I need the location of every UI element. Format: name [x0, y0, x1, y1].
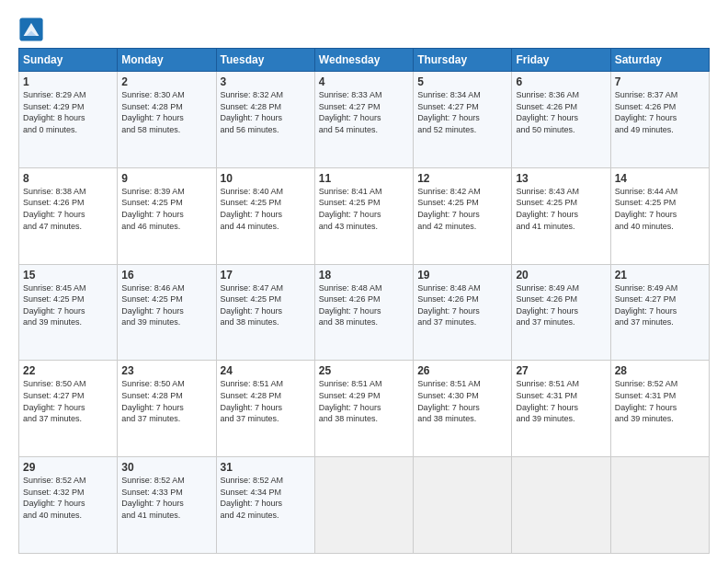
day-number: 27: [516, 364, 606, 377]
day-info: Sunrise: 8:52 AMSunset: 4:34 PMDaylight:…: [221, 475, 311, 521]
day-number: 7: [615, 75, 705, 88]
week-row-5: 29 Sunrise: 8:52 AMSunset: 4:32 PMDaylig…: [19, 457, 710, 554]
day-info: Sunrise: 8:51 AMSunset: 4:30 PMDaylight:…: [417, 378, 507, 424]
day-number: 8: [23, 172, 113, 185]
day-number: 31: [221, 461, 311, 474]
day-number: 19: [417, 269, 507, 282]
calendar-cell: 6 Sunrise: 8:36 AMSunset: 4:26 PMDayligh…: [512, 72, 610, 168]
day-number: 12: [417, 172, 507, 185]
calendar-body: 1 Sunrise: 8:29 AMSunset: 4:29 PMDayligh…: [19, 72, 710, 554]
day-info: Sunrise: 8:38 AMSunset: 4:26 PMDaylight:…: [23, 186, 113, 232]
day-info: Sunrise: 8:32 AMSunset: 4:28 PMDaylight:…: [221, 89, 311, 135]
day-header-wednesday: Wednesday: [314, 49, 413, 72]
day-number: 20: [516, 269, 606, 282]
day-info: Sunrise: 8:29 AMSunset: 4:29 PMDaylight:…: [23, 89, 113, 135]
logo: [18, 17, 48, 42]
calendar-cell: 12 Sunrise: 8:42 AMSunset: 4:25 PMDaylig…: [414, 167, 512, 264]
calendar-cell: 29 Sunrise: 8:52 AMSunset: 4:32 PMDaylig…: [19, 457, 118, 554]
day-number: 21: [615, 269, 705, 282]
day-number: 26: [417, 364, 507, 377]
week-row-4: 22 Sunrise: 8:50 AMSunset: 4:27 PMDaylig…: [19, 361, 710, 457]
header: [18, 17, 710, 42]
day-info: Sunrise: 8:33 AMSunset: 4:27 PMDaylight:…: [319, 89, 409, 135]
day-info: Sunrise: 8:41 AMSunset: 4:25 PMDaylight:…: [319, 186, 409, 232]
calendar-cell: 1 Sunrise: 8:29 AMSunset: 4:29 PMDayligh…: [19, 72, 118, 168]
calendar-cell: 5 Sunrise: 8:34 AMSunset: 4:27 PMDayligh…: [414, 72, 512, 168]
calendar-cell: 11 Sunrise: 8:41 AMSunset: 4:25 PMDaylig…: [314, 167, 413, 264]
logo-icon: [18, 17, 44, 42]
day-info: Sunrise: 8:36 AMSunset: 4:26 PMDaylight:…: [516, 89, 606, 135]
calendar-cell: 28 Sunrise: 8:52 AMSunset: 4:31 PMDaylig…: [610, 361, 709, 457]
day-number: 30: [121, 461, 211, 474]
calendar-cell: 7 Sunrise: 8:37 AMSunset: 4:26 PMDayligh…: [610, 72, 709, 168]
day-info: Sunrise: 8:48 AMSunset: 4:26 PMDaylight:…: [319, 282, 409, 328]
day-info: Sunrise: 8:37 AMSunset: 4:26 PMDaylight:…: [615, 89, 705, 135]
calendar-cell: 3 Sunrise: 8:32 AMSunset: 4:28 PMDayligh…: [216, 72, 314, 168]
calendar-cell: 4 Sunrise: 8:33 AMSunset: 4:27 PMDayligh…: [314, 72, 413, 168]
day-number: 6: [516, 75, 606, 88]
calendar-cell: 31 Sunrise: 8:52 AMSunset: 4:34 PMDaylig…: [216, 457, 314, 554]
day-number: 5: [417, 75, 507, 88]
calendar: SundayMondayTuesdayWednesdayThursdayFrid…: [18, 48, 710, 554]
day-number: 22: [23, 364, 113, 377]
day-header-monday: Monday: [118, 49, 216, 72]
day-info: Sunrise: 8:45 AMSunset: 4:25 PMDaylight:…: [23, 282, 113, 328]
day-number: 18: [319, 269, 409, 282]
day-info: Sunrise: 8:50 AMSunset: 4:27 PMDaylight:…: [23, 378, 113, 424]
day-info: Sunrise: 8:34 AMSunset: 4:27 PMDaylight:…: [417, 89, 507, 135]
day-number: 28: [615, 364, 705, 377]
day-info: Sunrise: 8:52 AMSunset: 4:31 PMDaylight:…: [615, 378, 705, 424]
day-number: 13: [516, 172, 606, 185]
calendar-cell: 13 Sunrise: 8:43 AMSunset: 4:25 PMDaylig…: [512, 167, 610, 264]
day-info: Sunrise: 8:51 AMSunset: 4:28 PMDaylight:…: [221, 378, 311, 424]
calendar-cell: [414, 457, 512, 554]
day-info: Sunrise: 8:51 AMSunset: 4:29 PMDaylight:…: [319, 378, 409, 424]
day-number: 10: [221, 172, 311, 185]
day-info: Sunrise: 8:52 AMSunset: 4:33 PMDaylight:…: [121, 475, 211, 521]
day-info: Sunrise: 8:39 AMSunset: 4:25 PMDaylight:…: [121, 186, 211, 232]
calendar-cell: 14 Sunrise: 8:44 AMSunset: 4:25 PMDaylig…: [610, 167, 709, 264]
calendar-cell: 2 Sunrise: 8:30 AMSunset: 4:28 PMDayligh…: [118, 72, 216, 168]
calendar-header: SundayMondayTuesdayWednesdayThursdayFrid…: [19, 49, 710, 72]
calendar-cell: 24 Sunrise: 8:51 AMSunset: 4:28 PMDaylig…: [216, 361, 314, 457]
day-number: 15: [23, 269, 113, 282]
day-info: Sunrise: 8:44 AMSunset: 4:25 PMDaylight:…: [615, 186, 705, 232]
calendar-cell: 19 Sunrise: 8:48 AMSunset: 4:26 PMDaylig…: [414, 264, 512, 361]
day-number: 29: [23, 461, 113, 474]
page: SundayMondayTuesdayWednesdayThursdayFrid…: [0, 0, 728, 563]
day-header-saturday: Saturday: [610, 49, 709, 72]
day-info: Sunrise: 8:50 AMSunset: 4:28 PMDaylight:…: [121, 378, 211, 424]
week-row-2: 8 Sunrise: 8:38 AMSunset: 4:26 PMDayligh…: [19, 167, 710, 264]
day-info: Sunrise: 8:49 AMSunset: 4:27 PMDaylight:…: [615, 282, 705, 328]
day-info: Sunrise: 8:47 AMSunset: 4:25 PMDaylight:…: [221, 282, 311, 328]
calendar-cell: 8 Sunrise: 8:38 AMSunset: 4:26 PMDayligh…: [19, 167, 118, 264]
calendar-cell: 17 Sunrise: 8:47 AMSunset: 4:25 PMDaylig…: [216, 264, 314, 361]
day-info: Sunrise: 8:42 AMSunset: 4:25 PMDaylight:…: [417, 186, 507, 232]
day-number: 25: [319, 364, 409, 377]
day-number: 24: [221, 364, 311, 377]
calendar-cell: [314, 457, 413, 554]
calendar-cell: 21 Sunrise: 8:49 AMSunset: 4:27 PMDaylig…: [610, 264, 709, 361]
calendar-cell: 20 Sunrise: 8:49 AMSunset: 4:26 PMDaylig…: [512, 264, 610, 361]
calendar-cell: 25 Sunrise: 8:51 AMSunset: 4:29 PMDaylig…: [314, 361, 413, 457]
calendar-cell: [610, 457, 709, 554]
calendar-cell: 9 Sunrise: 8:39 AMSunset: 4:25 PMDayligh…: [118, 167, 216, 264]
day-number: 1: [23, 75, 113, 88]
calendar-cell: 16 Sunrise: 8:46 AMSunset: 4:25 PMDaylig…: [118, 264, 216, 361]
week-row-1: 1 Sunrise: 8:29 AMSunset: 4:29 PMDayligh…: [19, 72, 710, 168]
calendar-cell: 27 Sunrise: 8:51 AMSunset: 4:31 PMDaylig…: [512, 361, 610, 457]
day-number: 4: [319, 75, 409, 88]
day-info: Sunrise: 8:48 AMSunset: 4:26 PMDaylight:…: [417, 282, 507, 328]
day-info: Sunrise: 8:30 AMSunset: 4:28 PMDaylight:…: [121, 89, 211, 135]
day-header-friday: Friday: [512, 49, 610, 72]
day-info: Sunrise: 8:46 AMSunset: 4:25 PMDaylight:…: [121, 282, 211, 328]
day-number: 14: [615, 172, 705, 185]
day-header-thursday: Thursday: [414, 49, 512, 72]
day-number: 9: [121, 172, 211, 185]
day-number: 2: [121, 75, 211, 88]
calendar-cell: 15 Sunrise: 8:45 AMSunset: 4:25 PMDaylig…: [19, 264, 118, 361]
calendar-cell: 30 Sunrise: 8:52 AMSunset: 4:33 PMDaylig…: [118, 457, 216, 554]
day-number: 17: [221, 269, 311, 282]
calendar-cell: 26 Sunrise: 8:51 AMSunset: 4:30 PMDaylig…: [414, 361, 512, 457]
day-number: 16: [121, 269, 211, 282]
